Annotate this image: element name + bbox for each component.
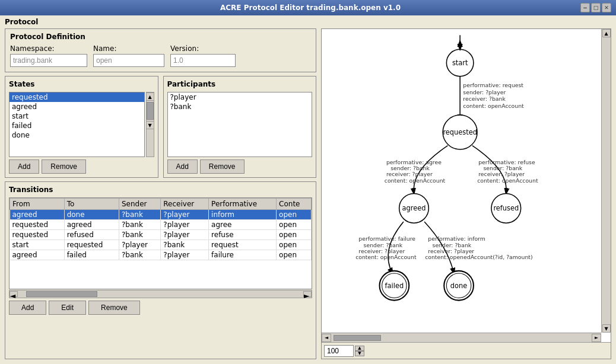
minimize-button[interactable]: − [580,3,590,12]
participants-add-button[interactable]: Add [167,159,198,174]
svg-text:content: openAccount: content: openAccount [355,254,417,260]
transitions-add-button[interactable]: Add [9,301,46,315]
table-cell-content: open [277,250,312,260]
col-sender: Sender [119,199,160,210]
table-row[interactable]: requestedrefused?bank?playerrefuseopen [10,230,312,240]
version-input[interactable] [170,54,236,67]
table-cell-to: done [64,210,119,220]
svg-text:sender: ?bank: sender: ?bank [483,165,522,171]
table-cell-performative: failure [209,250,277,260]
svg-text:start: start [452,59,468,67]
transitions-table: From To Sender Receiver Performative Con… [9,198,312,260]
list-item[interactable]: start [9,111,144,121]
states-scrollbar[interactable]: ▲ ▼ [146,92,154,157]
diag-scroll-down[interactable]: ▼ [602,324,611,333]
title-bar: ACRE Protocol Editor trading.bank.open v… [0,0,616,15]
table-row[interactable]: requestedagreed?bank?playeragreeopen [10,220,312,230]
svg-text:receiver: ?player: receiver: ?player [358,248,405,254]
states-list: requested agreed start failed done [9,92,145,157]
title-bar-buttons: − □ ✕ [580,3,611,12]
namespace-input[interactable] [10,54,87,67]
participants-remove-button[interactable]: Remove [200,159,245,174]
name-group: Name: [93,44,164,67]
diag-h-thumb[interactable] [334,335,381,341]
states-section: States requested agreed start failed don… [5,76,158,178]
states-title: States [9,80,154,88]
table-cell-sender: ?bank [119,220,160,230]
table-cell-sender: ?bank [119,250,160,260]
close-button[interactable]: ✕ [602,3,611,12]
svg-text:sender: ?player: sender: ?player [463,89,506,95]
h-scroll-left[interactable]: ◄ [9,291,18,297]
list-item[interactable]: requested [9,92,144,102]
list-item[interactable]: ?player [168,92,312,102]
svg-text:receiver: ?player: receiver: ?player [478,171,525,177]
col-content: Conte [277,199,312,210]
svg-text:receiver: ?player: receiver: ?player [386,171,433,177]
transitions-table-container: From To Sender Receiver Performative Con… [9,197,312,289]
diagram-scroll-vertical[interactable]: ▲ ▼ [601,29,611,333]
namespace-group: Namespace: [10,44,87,67]
transitions-h-scrollbar[interactable]: ◄ ► [9,290,312,298]
table-row[interactable]: agreeddone?bank?playerinformopen [10,210,312,220]
svg-text:sender: ?bank: sender: ?bank [390,165,430,171]
svg-text:refused: refused [493,204,519,212]
maximize-button[interactable]: □ [591,3,601,12]
diag-scroll-right[interactable]: ► [592,334,601,342]
zoom-up-button[interactable]: ▲ [355,346,364,351]
table-cell-receiver: ?player [161,210,209,220]
states-remove-button[interactable]: Remove [42,159,86,174]
scroll-down-arrow[interactable]: ▼ [146,121,154,129]
table-cell-sender: ?bank [119,210,160,220]
col-performative: Performative [209,199,277,210]
table-cell-to: refused [64,230,119,240]
title-bar-title: ACRE Protocol Editor trading.bank.open v… [40,4,580,12]
list-item[interactable]: agreed [9,102,144,111]
transitions-edit-button[interactable]: Edit [49,301,86,315]
fields-row: Namespace: Name: Version: [10,44,311,67]
participants-btn-row: Add Remove [167,159,313,174]
svg-text:performative: request: performative: request [463,82,523,88]
protocol-definition-section: Protocol Definition Namespace: Name: Ver… [5,28,316,72]
svg-text:receiver: ?bank: receiver: ?bank [463,95,506,102]
diagram-svg: start performative: request sender: ?pla… [322,29,611,342]
table-cell-from: requested [10,230,65,240]
name-input[interactable] [93,54,164,67]
states-list-container: requested agreed start failed done ▲ ▼ [9,92,154,157]
table-cell-sender: ?bank [119,230,160,240]
h-scroll-thumb[interactable] [26,291,97,297]
svg-text:failed: failed [385,282,404,290]
svg-text:content: openAccount: content: openAccount [385,177,446,184]
svg-text:agreed: agreed [402,204,426,212]
h-scroll-right[interactable]: ► [303,291,312,297]
svg-text:content: openedAccount(?id, ?a: content: openedAccount(?id, ?amount) [425,254,532,260]
list-item[interactable]: done [9,130,144,140]
states-add-button[interactable]: Add [9,159,39,174]
transitions-remove-button[interactable]: Remove [88,301,140,315]
table-cell-content: open [277,230,312,240]
diag-scroll-left[interactable]: ◄ [322,334,331,342]
table-cell-content: open [277,210,312,220]
transitions-section: Transitions From To Sender Receiver Perf… [5,181,316,359]
svg-text:receiver: ?player: receiver: ?player [428,248,474,254]
table-cell-to: requested [64,240,119,250]
table-cell-performative: inform [209,210,277,220]
zoom-down-button[interactable]: ▼ [355,351,364,356]
svg-text:content: openAccount: content: openAccount [477,177,538,184]
table-cell-to: agreed [64,220,119,230]
zoom-input[interactable] [324,345,354,357]
version-label: Version: [170,44,236,53]
scroll-up-arrow[interactable]: ▲ [146,92,154,101]
table-row[interactable]: startrequested?player?bankrequestopen [10,240,312,250]
list-item[interactable]: ?bank [168,102,312,111]
svg-text:requested: requested [443,128,477,136]
transitions-title: Transitions [9,186,312,194]
diag-scroll-up[interactable]: ▲ [602,29,611,37]
table-row[interactable]: agreedfailed?bank?playerfailureopen [10,250,312,260]
table-cell-sender: ?player [119,240,160,250]
table-cell-receiver: ?player [161,250,209,260]
list-item[interactable]: failed [9,121,144,130]
diagram-scroll-horizontal[interactable]: ◄ ► [322,333,601,342]
scroll-thumb[interactable] [147,102,154,120]
table-cell-from: requested [10,220,65,230]
